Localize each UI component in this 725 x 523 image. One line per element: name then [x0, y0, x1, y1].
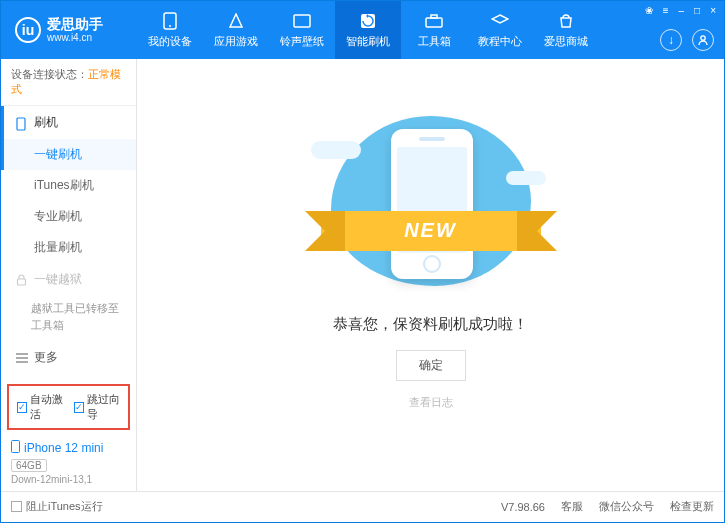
- section-label: 更多: [34, 349, 58, 366]
- sidebar: 设备连接状态：正常模式 刷机 一键刷机 iTunes刷机 专业刷机 批量刷机 一…: [1, 59, 137, 491]
- device-name-text: iPhone 12 mini: [24, 441, 103, 455]
- nav-label: 教程中心: [478, 34, 522, 49]
- confirm-button[interactable]: 确定: [396, 350, 466, 381]
- app-subtitle: www.i4.cn: [47, 32, 103, 44]
- svg-rect-2: [294, 15, 310, 27]
- apps-icon: [226, 12, 246, 30]
- checkbox-label: 阻止iTunes运行: [26, 499, 103, 514]
- nav-tutorials[interactable]: 教程中心: [467, 1, 533, 59]
- check-icon: ✓: [17, 402, 27, 413]
- checkbox-auto-activate[interactable]: ✓自动激活: [17, 392, 64, 422]
- window-controls: ❀ ≡ – □ ×: [641, 3, 720, 18]
- version-label: V7.98.66: [501, 501, 545, 513]
- nav-label: 工具箱: [418, 34, 451, 49]
- new-ribbon: NEW: [321, 211, 541, 251]
- wechat-link[interactable]: 微信公众号: [599, 499, 654, 514]
- nav-toolbox[interactable]: 工具箱: [401, 1, 467, 59]
- connection-status: 设备连接状态：正常模式: [1, 59, 136, 106]
- flash-options-group: ✓自动激活 ✓跳过向导: [7, 384, 130, 430]
- svg-point-1: [169, 25, 171, 27]
- nav-store[interactable]: 爱思商城: [533, 1, 599, 59]
- download-icon[interactable]: ↓: [660, 29, 682, 51]
- check-icon: ✓: [74, 402, 84, 413]
- success-illustration: NEW: [301, 111, 561, 291]
- nav-label: 我的设备: [148, 34, 192, 49]
- nav-label: 智能刷机: [346, 34, 390, 49]
- settings-icon[interactable]: ❀: [641, 3, 657, 18]
- svg-rect-7: [17, 118, 25, 130]
- nav-label: 应用游戏: [214, 34, 258, 49]
- checkbox-skip-guide[interactable]: ✓跳过向导: [74, 392, 121, 422]
- device-meta: Down-12mini-13,1: [11, 474, 126, 485]
- menu-icon[interactable]: ≡: [659, 3, 673, 18]
- logo-area: iu 爱思助手 www.i4.cn: [1, 16, 137, 45]
- main-nav: 我的设备 应用游戏 铃声壁纸 智能刷机 工具箱 教程中心 爱思商城: [137, 1, 599, 59]
- list-icon: [16, 352, 28, 364]
- nav-my-device[interactable]: 我的设备: [137, 1, 203, 59]
- minimize-button[interactable]: –: [675, 3, 689, 18]
- device-name: iPhone 12 mini: [11, 440, 126, 456]
- nav-smart-flash[interactable]: 智能刷机: [335, 1, 401, 59]
- graduation-icon: [490, 12, 510, 30]
- sidebar-section-more[interactable]: 更多: [1, 341, 136, 374]
- section-label: 一键越狱: [34, 271, 82, 288]
- svg-point-6: [701, 36, 705, 40]
- toolbox-icon: [424, 12, 444, 30]
- maximize-button[interactable]: □: [690, 3, 704, 18]
- app-logo-icon: iu: [15, 17, 41, 43]
- nav-ringtones[interactable]: 铃声壁纸: [269, 1, 335, 59]
- lock-icon: [16, 274, 28, 286]
- nav-apps[interactable]: 应用游戏: [203, 1, 269, 59]
- svg-rect-4: [426, 18, 442, 27]
- user-icon[interactable]: [692, 29, 714, 51]
- device-storage-badge: 64GB: [11, 459, 47, 472]
- checkbox-empty-icon: [11, 501, 22, 512]
- sidebar-section-flash[interactable]: 刷机: [1, 106, 136, 139]
- checkbox-block-itunes[interactable]: 阻止iTunes运行: [11, 499, 103, 514]
- header-right-icons: ↓: [660, 29, 714, 51]
- wallpaper-icon: [292, 12, 312, 30]
- nav-label: 铃声壁纸: [280, 34, 324, 49]
- svg-rect-8: [18, 279, 26, 285]
- close-button[interactable]: ×: [706, 3, 720, 18]
- svg-rect-12: [12, 441, 20, 453]
- section-label: 刷机: [34, 114, 58, 131]
- phone-outline-icon: [16, 117, 28, 129]
- phone-small-icon: [11, 440, 20, 456]
- view-log-link[interactable]: 查看日志: [409, 395, 453, 410]
- sidebar-item-one-key-flash[interactable]: 一键刷机: [1, 139, 136, 170]
- sidebar-section-jailbreak: 一键越狱: [1, 263, 136, 296]
- svg-rect-5: [431, 15, 437, 18]
- success-message: 恭喜您，保资料刷机成功啦！: [333, 315, 528, 334]
- app-header: iu 爱思助手 www.i4.cn 我的设备 应用游戏 铃声壁纸 智能刷机 工具…: [1, 1, 724, 59]
- device-card[interactable]: iPhone 12 mini 64GB Down-12mini-13,1: [1, 434, 136, 491]
- status-label: 设备连接状态：: [11, 68, 88, 80]
- customer-service-link[interactable]: 客服: [561, 499, 583, 514]
- status-bar: 阻止iTunes运行 V7.98.66 客服 微信公众号 检查更新: [1, 491, 724, 521]
- app-title: 爱思助手: [47, 16, 103, 33]
- checkbox-label: 跳过向导: [87, 392, 121, 422]
- jailbreak-note: 越狱工具已转移至工具箱: [1, 296, 136, 341]
- main-content: NEW 恭喜您，保资料刷机成功啦！ 确定 查看日志: [137, 59, 724, 491]
- sidebar-item-batch-flash[interactable]: 批量刷机: [1, 232, 136, 263]
- nav-label: 爱思商城: [544, 34, 588, 49]
- sidebar-item-pro-flash[interactable]: 专业刷机: [1, 201, 136, 232]
- store-icon: [556, 12, 576, 30]
- check-update-link[interactable]: 检查更新: [670, 499, 714, 514]
- sidebar-item-itunes-flash[interactable]: iTunes刷机: [1, 170, 136, 201]
- phone-icon: [160, 12, 180, 30]
- flash-icon: [358, 12, 378, 30]
- checkbox-label: 自动激活: [30, 392, 64, 422]
- sidebar-item-other-tools[interactable]: 其他工具: [1, 374, 136, 380]
